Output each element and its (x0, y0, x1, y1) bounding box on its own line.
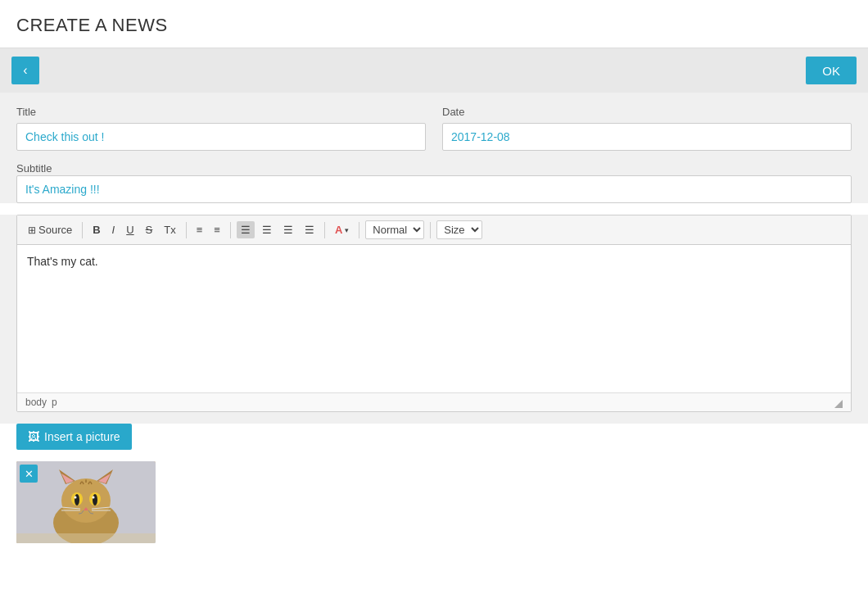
image-thumb-wrapper: ✕ (16, 461, 156, 543)
separator-1 (82, 222, 83, 238)
title-input[interactable] (16, 123, 426, 151)
align-justify-button[interactable]: ☰ (301, 221, 319, 238)
font-color-button[interactable]: A ▾ (331, 221, 353, 238)
bold-button[interactable]: B (88, 221, 104, 238)
align-left-icon: ☰ (241, 224, 251, 236)
page-header: CREATE A NEWS (0, 0, 868, 48)
separator-3 (230, 222, 231, 238)
outdent-button[interactable]: ≡ (192, 221, 207, 238)
chevron-down-icon: ▾ (345, 226, 349, 234)
statusbar-p: p (52, 397, 57, 408)
indent-icon: ≡ (214, 224, 220, 236)
svg-point-9 (75, 494, 79, 506)
page-title: CREATE A NEWS (16, 15, 852, 36)
title-label: Title (16, 106, 426, 118)
svg-point-2 (61, 478, 111, 523)
insert-picture-button[interactable]: 🖼 Insert a picture (16, 424, 132, 450)
separator-6 (430, 222, 431, 238)
strikethrough-button[interactable]: S (142, 221, 157, 238)
source-button[interactable]: ⊞ Source (24, 221, 76, 238)
indent-button[interactable]: ≡ (210, 221, 224, 238)
font-size-select[interactable]: Size (436, 220, 482, 239)
editor-toolbar: ⊞ Source B I U S Tx ≡ ≡ (17, 215, 851, 245)
paragraph-style-select[interactable]: Normal (365, 220, 424, 239)
underline-button[interactable]: U (122, 221, 138, 238)
svg-rect-18 (16, 533, 156, 543)
editor-statusbar: body p (17, 392, 851, 411)
subtitle-label: Subtitle (16, 162, 52, 175)
separator-2 (186, 222, 187, 238)
outdent-icon: ≡ (197, 224, 203, 236)
date-input[interactable] (442, 123, 852, 151)
clear-format-button[interactable]: Tx (160, 221, 179, 238)
italic-button[interactable]: I (108, 221, 120, 238)
separator-4 (324, 222, 325, 238)
editor-content[interactable]: That's my cat. (17, 245, 851, 392)
svg-point-10 (93, 494, 97, 506)
font-color-icon: A (335, 224, 342, 236)
statusbar-body: body (25, 397, 47, 408)
date-label: Date (442, 106, 852, 118)
picture-area: ✕ (0, 461, 868, 563)
editor-paragraph: That's my cat. (27, 255, 841, 268)
editor-wrapper: ⊞ Source B I U S Tx ≡ ≡ (0, 215, 868, 424)
toolbar-bar: ‹ OK (0, 48, 868, 93)
svg-point-12 (93, 497, 95, 499)
form-area: Title Date Subtitle (0, 93, 868, 203)
align-center-button[interactable]: ☰ (258, 221, 276, 238)
back-button[interactable]: ‹ (11, 57, 39, 84)
ok-button[interactable]: OK (806, 57, 857, 84)
align-left-button[interactable]: ☰ (237, 221, 255, 238)
svg-point-11 (75, 497, 77, 499)
align-justify-icon: ☰ (305, 224, 314, 236)
source-icon: ⊞ (28, 224, 36, 236)
align-right-icon: ☰ (283, 224, 293, 236)
align-center-icon: ☰ (262, 224, 272, 236)
resize-handle[interactable] (831, 397, 843, 408)
subtitle-input[interactable] (16, 175, 852, 203)
remove-image-button[interactable]: ✕ (20, 465, 38, 483)
picture-icon: 🖼 (28, 430, 39, 443)
editor-container: ⊞ Source B I U S Tx ≡ ≡ (16, 215, 852, 412)
separator-5 (359, 222, 359, 238)
align-right-button[interactable]: ☰ (279, 221, 297, 238)
